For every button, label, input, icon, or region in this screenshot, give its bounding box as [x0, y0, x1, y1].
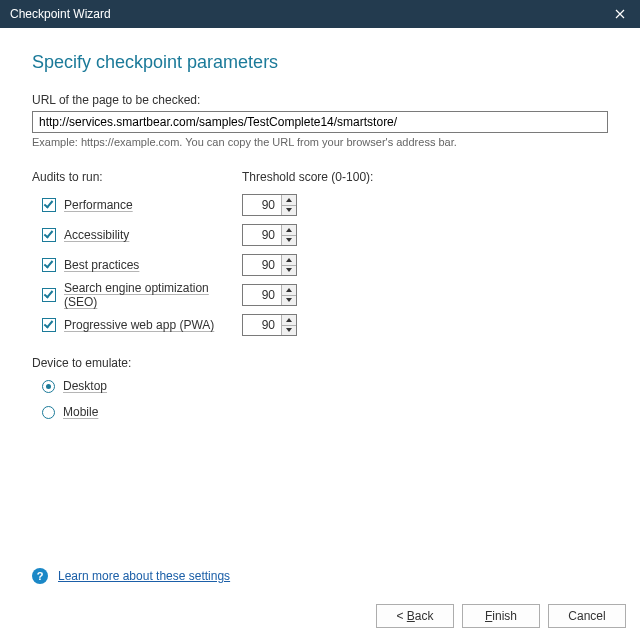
mobile-label[interactable]: Mobile	[63, 405, 98, 419]
chevron-down-icon	[286, 268, 292, 272]
desktop-radio[interactable]	[42, 380, 55, 393]
radio-row: Desktop	[32, 374, 608, 398]
url-input[interactable]	[32, 111, 608, 133]
device-block: Device to emulate: Desktop Mobile	[32, 356, 608, 424]
threshold-row: 90	[242, 280, 382, 310]
back-button[interactable]: < Back	[376, 604, 454, 628]
audits-column: Audits to run: Performance Accessibility…	[32, 170, 242, 340]
pwa-checkbox[interactable]	[42, 318, 56, 332]
accessibility-threshold-value[interactable]: 90	[243, 225, 281, 245]
url-label: URL of the page to be checked:	[32, 93, 608, 107]
threshold-row: 90	[242, 190, 382, 220]
spin-down-button[interactable]	[282, 296, 296, 306]
accessibility-checkbox[interactable]	[42, 228, 56, 242]
performance-threshold-value[interactable]: 90	[243, 195, 281, 215]
chevron-down-icon	[286, 238, 292, 242]
performance-threshold-spinbox[interactable]: 90	[242, 194, 297, 216]
page-title: Specify checkpoint parameters	[32, 52, 608, 73]
close-button[interactable]	[600, 0, 640, 28]
spin-up-button[interactable]	[282, 315, 296, 326]
threshold-header: Threshold score (0-100):	[242, 170, 382, 184]
best-practices-threshold-spinbox[interactable]: 90	[242, 254, 297, 276]
chevron-down-icon	[286, 208, 292, 212]
chevron-down-icon	[286, 328, 292, 332]
spin-up-button[interactable]	[282, 285, 296, 296]
chevron-up-icon	[286, 198, 292, 202]
spin-up-button[interactable]	[282, 255, 296, 266]
best-practices-checkbox[interactable]	[42, 258, 56, 272]
learn-more-link[interactable]: Learn more about these settings	[58, 569, 230, 583]
threshold-column: Threshold score (0-100): 90 90	[242, 170, 382, 340]
seo-threshold-value[interactable]: 90	[243, 285, 281, 305]
window-title: Checkpoint Wizard	[10, 7, 111, 21]
audit-row: Accessibility	[32, 220, 242, 250]
device-header: Device to emulate:	[32, 356, 608, 370]
cancel-button[interactable]: Cancel	[548, 604, 626, 628]
audits-header: Audits to run:	[32, 170, 242, 184]
chevron-up-icon	[286, 258, 292, 262]
spin-buttons	[281, 315, 296, 335]
cancel-button-label: Cancel	[568, 609, 605, 623]
spin-up-button[interactable]	[282, 195, 296, 206]
threshold-row: 90	[242, 220, 382, 250]
button-bar: < Back Finish Cancel	[376, 604, 626, 628]
spin-buttons	[281, 255, 296, 275]
help-icon: ?	[32, 568, 48, 584]
chevron-down-icon	[286, 298, 292, 302]
spin-down-button[interactable]	[282, 206, 296, 216]
spin-buttons	[281, 195, 296, 215]
accessibility-threshold-spinbox[interactable]: 90	[242, 224, 297, 246]
spin-up-button[interactable]	[282, 225, 296, 236]
audits-block: Audits to run: Performance Accessibility…	[32, 170, 608, 340]
close-icon	[615, 9, 625, 19]
finish-button[interactable]: Finish	[462, 604, 540, 628]
help-row: ? Learn more about these settings	[32, 568, 230, 584]
seo-threshold-spinbox[interactable]: 90	[242, 284, 297, 306]
pwa-threshold-value[interactable]: 90	[243, 315, 281, 335]
best-practices-threshold-value[interactable]: 90	[243, 255, 281, 275]
url-hint: Example: https://example.com. You can co…	[32, 136, 608, 148]
threshold-row: 90	[242, 310, 382, 340]
chevron-up-icon	[286, 318, 292, 322]
audit-row: Search engine optimization (SEO)	[32, 280, 242, 310]
spin-down-button[interactable]	[282, 236, 296, 246]
chevron-up-icon	[286, 228, 292, 232]
performance-label[interactable]: Performance	[64, 198, 133, 212]
performance-checkbox[interactable]	[42, 198, 56, 212]
spin-down-button[interactable]	[282, 266, 296, 276]
wizard-page: Specify checkpoint parameters URL of the…	[0, 28, 640, 640]
spin-buttons	[281, 225, 296, 245]
pwa-label[interactable]: Progressive web app (PWA)	[64, 318, 214, 332]
pwa-threshold-spinbox[interactable]: 90	[242, 314, 297, 336]
mobile-radio[interactable]	[42, 406, 55, 419]
spin-buttons	[281, 285, 296, 305]
audit-row: Best practices	[32, 250, 242, 280]
seo-label[interactable]: Search engine optimization (SEO)	[64, 281, 242, 309]
threshold-row: 90	[242, 250, 382, 280]
radio-row: Mobile	[32, 400, 608, 424]
desktop-label[interactable]: Desktop	[63, 379, 107, 393]
audit-row: Progressive web app (PWA)	[32, 310, 242, 340]
audit-row: Performance	[32, 190, 242, 220]
spin-down-button[interactable]	[282, 326, 296, 336]
seo-checkbox[interactable]	[42, 288, 56, 302]
accessibility-label[interactable]: Accessibility	[64, 228, 129, 242]
chevron-up-icon	[286, 288, 292, 292]
titlebar: Checkpoint Wizard	[0, 0, 640, 28]
best-practices-label[interactable]: Best practices	[64, 258, 139, 272]
